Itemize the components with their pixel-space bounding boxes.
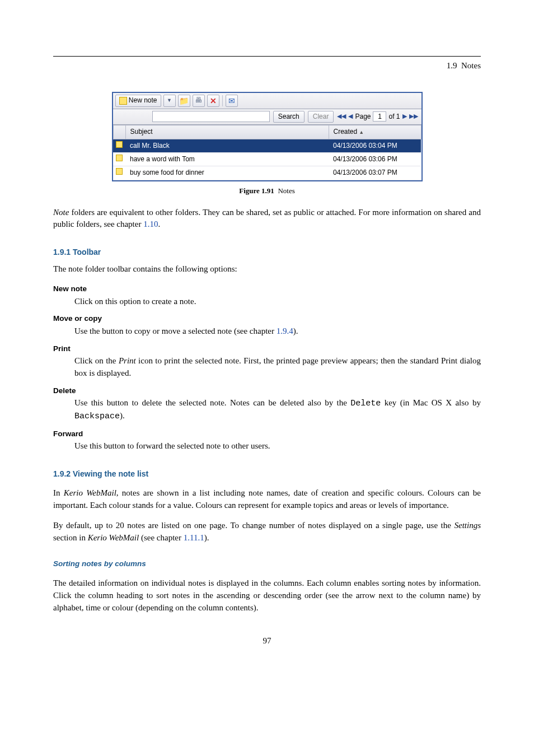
link-1-9-4[interactable]: 1.9.4: [277, 326, 293, 335]
table-row[interactable]: call Mr. Black 04/13/2006 03:04 PM: [113, 139, 421, 152]
sec192-p2: By default, up to 20 notes are listed on…: [53, 520, 481, 544]
cell-subject: call Mr. Black: [125, 139, 329, 152]
delete-button[interactable]: ✕: [207, 95, 219, 107]
print-button[interactable]: 🖶: [193, 95, 205, 107]
figure-caption-text: Notes: [278, 186, 294, 195]
table-row[interactable]: have a word with Tom 04/13/2006 03:06 PM: [113, 152, 421, 166]
toolbar-divider: [222, 95, 223, 106]
note-icon: [116, 155, 123, 161]
search-toolbar: Search Clear ◀◀ ◀ Page of 1 ▶ ▶▶: [113, 109, 421, 125]
cell-created: 04/13/2006 03:07 PM: [329, 166, 421, 180]
delete-icon: ✕: [210, 95, 217, 106]
figure-caption-label: Figure 1.91: [239, 186, 274, 195]
sorting-paragraph: The detailed information on individual n…: [53, 577, 481, 614]
chevron-down-icon: ▼: [167, 97, 172, 104]
note-icon: [116, 168, 123, 175]
term-move-copy: Move or copy: [53, 313, 481, 324]
intro-paragraph: Note folders are equivalent to other fol…: [53, 207, 481, 231]
header-title: Notes: [461, 61, 481, 70]
notes-table: Subject Created▲ call Mr. Black 04/13/20…: [113, 125, 421, 180]
cell-subject: buy some food for dinner: [125, 166, 329, 180]
defn-move-copy: Use the button to copy or move a selecte…: [74, 325, 481, 338]
prev-page-icon[interactable]: ◀: [348, 112, 353, 121]
defn-print: Click on the Print icon to print the sel…: [74, 355, 481, 380]
term-new-note: New note: [53, 283, 481, 295]
toolbar-lead: The note folder toolbar contains the fol…: [53, 263, 481, 276]
new-note-button[interactable]: New note: [115, 95, 161, 107]
search-button[interactable]: Search: [273, 111, 305, 123]
term-forward: Forward: [53, 428, 481, 440]
page-number-input[interactable]: [373, 111, 386, 122]
created-column-header[interactable]: Created▲: [329, 125, 421, 139]
dropdown-arrow-button[interactable]: ▼: [163, 95, 176, 107]
note-icon: [119, 97, 127, 105]
table-header-row: Subject Created▲: [113, 125, 421, 139]
intro-italic: Note: [53, 208, 69, 217]
defn-forward: Use this button to forward the selected …: [74, 440, 481, 452]
figure-caption: Figure 1.91 Notes: [112, 186, 423, 197]
link-1-11-1[interactable]: 1.11.1: [184, 533, 204, 542]
move-copy-button[interactable]: 📁: [178, 95, 190, 107]
heading-1-9-2: 1.9.2 Viewing the note list: [53, 468, 481, 479]
page-of-label: of 1: [388, 112, 400, 122]
note-icon: [116, 141, 123, 148]
clear-button[interactable]: Clear: [308, 111, 334, 123]
forward-icon: ✉: [228, 95, 235, 106]
page-label: Page: [355, 112, 371, 122]
notes-app-frame: New note ▼ 📁 🖶 ✕ ✉ Search Clear ◀◀ ◀ Pag…: [112, 92, 423, 181]
last-page-icon[interactable]: ▶▶: [409, 112, 418, 121]
cell-subject: have a word with Tom: [125, 152, 329, 166]
sort-asc-icon: ▲: [359, 129, 364, 135]
print-icon: 🖶: [195, 95, 202, 106]
next-page-icon[interactable]: ▶: [402, 112, 407, 121]
page-number: 97: [53, 635, 481, 647]
defn-new-note: Click on this option to create a note.: [74, 296, 481, 308]
figure-1-91: New note ▼ 📁 🖶 ✕ ✉ Search Clear ◀◀ ◀ Pag…: [112, 92, 423, 197]
link-1-10[interactable]: 1.10: [143, 220, 158, 228]
cell-created: 04/13/2006 03:06 PM: [329, 152, 421, 166]
heading-1-9-1: 1.9.1 Toolbar: [53, 246, 481, 258]
forward-button[interactable]: ✉: [226, 95, 238, 107]
subject-column-header[interactable]: Subject: [125, 125, 329, 139]
term-print: Print: [53, 343, 481, 354]
defn-delete: Use this button to delete the selected n…: [74, 397, 481, 423]
heading-sorting: Sorting notes by columns: [53, 558, 481, 570]
sec192-p1: In Kerio WebMail, notes are shown in a l…: [53, 487, 481, 512]
search-input[interactable]: [152, 111, 270, 122]
notes-toolbar: New note ▼ 📁 🖶 ✕ ✉: [113, 93, 421, 109]
term-delete: Delete: [53, 385, 481, 396]
page-header: 1.9 Notes: [53, 56, 481, 72]
new-note-label: New note: [129, 96, 157, 105]
first-page-icon[interactable]: ◀◀: [337, 112, 346, 121]
header-section: 1.9: [447, 61, 457, 70]
pager: ◀◀ ◀ Page of 1 ▶ ▶▶: [337, 111, 418, 122]
folder-move-icon: 📁: [179, 95, 189, 106]
cell-created: 04/13/2006 03:04 PM: [329, 139, 421, 152]
table-row[interactable]: buy some food for dinner 04/13/2006 03:0…: [113, 166, 421, 180]
icon-column-header[interactable]: [113, 125, 125, 139]
